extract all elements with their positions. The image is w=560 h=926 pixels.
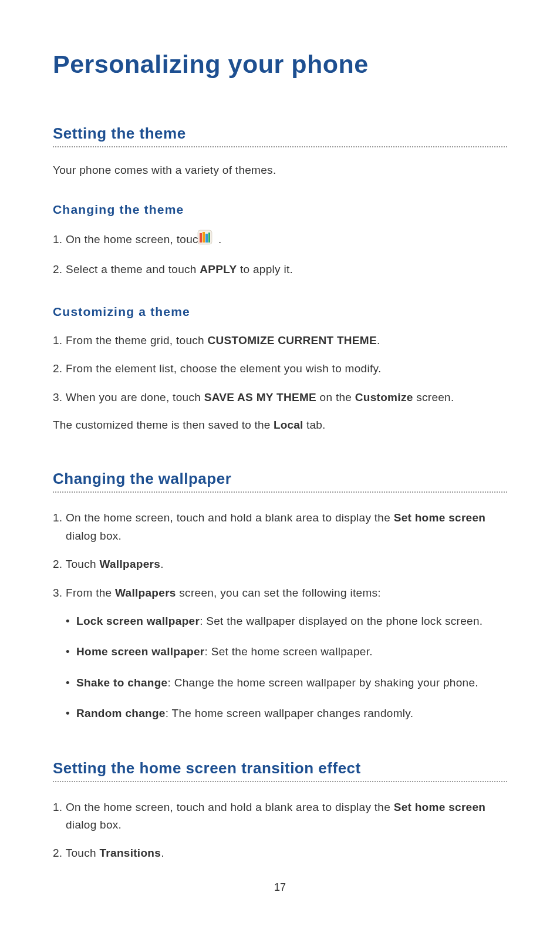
bold-label: Wallpapers <box>99 558 160 570</box>
wallpaper-step-2: 2. Touch Wallpapers. <box>53 555 507 573</box>
bold-label: CUSTOMIZE CURRENT THEME <box>208 334 377 346</box>
bold-label: SAVE AS MY THEME <box>204 391 316 403</box>
bold-label: Shake to change <box>76 676 168 689</box>
step-text-suffix: . <box>377 334 380 346</box>
wallpaper-bullet-random: Random change: The home screen wallpaper… <box>66 705 507 722</box>
page-title: Personalizing your phone <box>53 50 507 79</box>
section-heading-theme: Setting the theme <box>53 124 507 147</box>
customizing-step-1: 1. From the theme grid, touch CUSTOMIZE … <box>53 332 507 349</box>
step-text-suffix: screen. <box>413 391 454 403</box>
bold-label: Wallpapers <box>115 587 176 599</box>
step-text: 2. Select a theme and touch <box>53 263 200 275</box>
bold-label: Set home screen <box>394 511 486 524</box>
wallpaper-step-3: 3. From the Wallpapers screen, you can s… <box>53 584 507 602</box>
step-text: 1. On the home screen, touch and hold a … <box>53 801 394 813</box>
page-number: 17 <box>0 881 560 894</box>
step-text: 3. From the <box>53 587 115 599</box>
bullet-text: : The home screen wallpaper changes rand… <box>166 707 414 719</box>
bullet-text: : Set the wallpaper displayed on the pho… <box>200 615 483 627</box>
step-text-mid: on the <box>316 391 355 403</box>
bold-label: Transitions <box>99 847 161 859</box>
customizing-step-3: 3. When you are done, touch SAVE AS MY T… <box>53 389 507 406</box>
bullet-text: : Change the home screen wallpaper by sh… <box>168 676 478 689</box>
bold-label: Set home screen <box>394 801 486 813</box>
step-text-suffix: . <box>215 233 221 245</box>
step-text-suffix: dialog box. <box>66 530 122 542</box>
wallpaper-step-1: 1. On the home screen, touch and hold a … <box>53 509 507 545</box>
customizing-note: The customized theme is then saved to th… <box>53 417 507 434</box>
subsection-changing-theme: Changing the theme <box>53 203 507 217</box>
step-text-suffix: screen, you can set the following items: <box>176 587 381 599</box>
step-text: 1. On the home screen, touch <box>53 233 208 245</box>
bold-label: Local <box>274 419 303 431</box>
note-text-suffix: tab. <box>303 419 326 431</box>
themes-app-icon <box>210 230 212 250</box>
svg-rect-2 <box>203 232 205 243</box>
svg-rect-1 <box>200 233 202 243</box>
transition-step-1: 1. On the home screen, touch and hold a … <box>53 799 507 834</box>
section-heading-transition: Setting the home screen transition effec… <box>53 759 507 782</box>
step-text: 1. On the home screen, touch and hold a … <box>53 511 394 524</box>
note-text-prefix: The customized theme is then saved to th… <box>53 419 274 431</box>
bold-label: APPLY <box>200 263 237 275</box>
bold-label: Random change <box>76 707 166 719</box>
svg-rect-3 <box>205 234 208 243</box>
changing-theme-step-2: 2. Select a theme and touch APPLY to app… <box>53 261 507 278</box>
step-text-suffix: to apply it. <box>237 263 293 275</box>
bullet-text: : Set the home screen wallpaper. <box>205 645 373 658</box>
step-text: 1. From the theme grid, touch <box>53 334 208 346</box>
subsection-customizing-theme: Customizing a theme <box>53 305 507 319</box>
section-heading-wallpaper: Changing the wallpaper <box>53 470 507 493</box>
step-text-suffix: . <box>160 558 164 570</box>
step-text: 2. Touch <box>53 847 99 859</box>
bold-label: Home screen wallpaper <box>76 645 205 658</box>
step-text-suffix: dialog box. <box>66 819 122 831</box>
transition-step-2: 2. Touch Transitions. <box>53 844 507 862</box>
step-text-suffix: . <box>161 847 164 859</box>
bold-label: Customize <box>355 391 413 403</box>
theme-intro: Your phone comes with a variety of theme… <box>53 164 507 177</box>
wallpaper-bullet-lock: Lock screen wallpaper: Set the wallpaper… <box>66 612 507 630</box>
customizing-step-2: 2. From the element list, choose the ele… <box>53 360 507 378</box>
step-text: 2. Touch <box>53 558 99 570</box>
wallpaper-bullet-home: Home screen wallpaper: Set the home scre… <box>66 643 507 661</box>
bold-label: Lock screen wallpaper <box>76 615 200 627</box>
svg-rect-4 <box>208 233 210 243</box>
wallpaper-bullet-shake: Shake to change: Change the home screen … <box>66 674 507 692</box>
step-text: 3. When you are done, touch <box>53 391 204 403</box>
changing-theme-step-1: 1. On the home screen, touch . <box>53 230 507 250</box>
